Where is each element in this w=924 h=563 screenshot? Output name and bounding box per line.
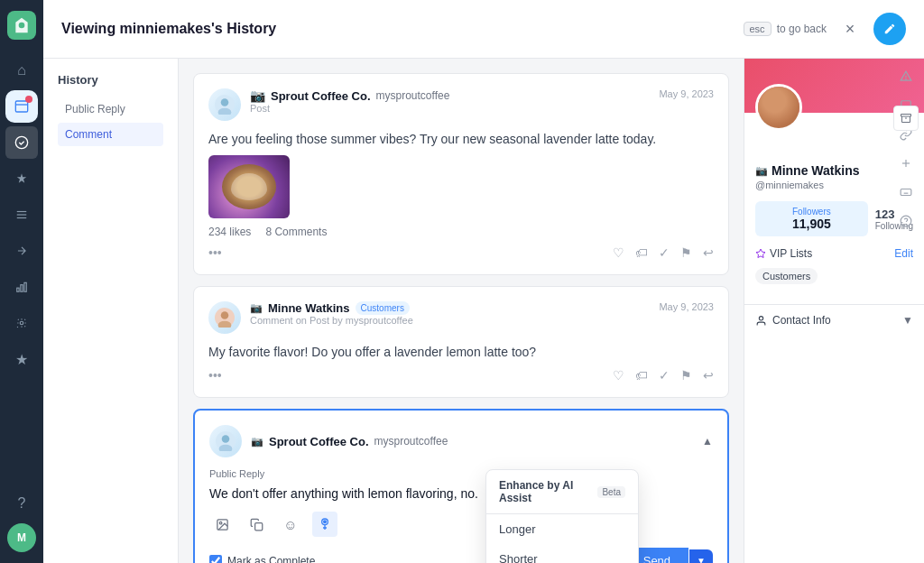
ai-option-shorter[interactable]: Shorter — [486, 544, 638, 563]
tag-icon[interactable]: 🏷 — [635, 245, 648, 260]
edit-button[interactable] — [873, 13, 906, 45]
comment-more-icon[interactable]: ••• — [208, 368, 222, 383]
contact-info-row[interactable]: Contact Info ▼ — [744, 304, 924, 336]
smart-inbox-icon[interactable] — [5, 126, 38, 159]
reply-card: 📷 Sprout Coffee Co. mysproutcoffee ▲ Pub… — [193, 409, 729, 563]
svg-point-2 — [15, 136, 27, 148]
reply-meta: 📷 Sprout Coffee Co. mysproutcoffee — [251, 435, 693, 448]
share-icon[interactable]: ↩ — [703, 245, 714, 260]
comment-card: 📷 Minne Watkins Customers Comment on Pos… — [193, 286, 729, 398]
reply-instagram-icon: 📷 — [251, 436, 263, 448]
post-author-avatar — [208, 88, 241, 121]
svg-point-37 — [759, 316, 762, 319]
right-profile-panel: 📷 Minne Watkins @minniemakes Followers 1… — [744, 59, 924, 563]
svg-point-9 — [20, 321, 23, 325]
latte-art-image — [222, 164, 276, 209]
keyboard-icon[interactable] — [893, 180, 919, 205]
contact-info-label: Contact Info — [755, 314, 831, 327]
pin-icon[interactable] — [5, 162, 38, 195]
history-item-comment[interactable]: Comment — [58, 123, 163, 146]
esc-key: esc — [744, 22, 772, 36]
feed: 📷 Sprout Coffee Co. mysproutcoffee Post … — [179, 59, 744, 563]
add-icon[interactable] — [893, 151, 919, 176]
reply-author-row: 📷 Sprout Coffee Co. mysproutcoffee — [251, 435, 693, 448]
comment-check-icon[interactable]: ✓ — [659, 368, 670, 383]
svg-rect-1 — [15, 101, 27, 112]
list-icon[interactable] — [5, 198, 38, 231]
svg-rect-28 — [901, 189, 911, 196]
app-logo[interactable] — [7, 11, 36, 40]
comment-tag-icon[interactable]: 🏷 — [635, 368, 648, 383]
post-header: 📷 Sprout Coffee Co. mysproutcoffee Post … — [208, 88, 714, 121]
svg-point-17 — [222, 435, 230, 443]
copy-tool[interactable] — [244, 512, 269, 537]
more-actions-icon[interactable]: ••• — [208, 245, 222, 260]
close-button[interactable]: × — [837, 16, 863, 42]
svg-point-11 — [221, 98, 229, 106]
post-image — [208, 155, 290, 218]
like-icon[interactable]: ♡ — [613, 245, 624, 260]
profile-instagram-icon: 📷 — [755, 165, 768, 177]
vip-edit-link[interactable]: Edit — [894, 247, 913, 260]
header-actions: esc to go back × — [744, 13, 907, 45]
comment-author-row: 📷 Minne Watkins Customers — [250, 301, 650, 315]
tools-icon[interactable] — [5, 307, 38, 339]
instagram-icon-small: 📷 — [250, 302, 263, 314]
post-likes: 234 likes — [208, 226, 251, 238]
post-actions: ••• ♡ 🏷 ✓ ⚑ ↩ — [208, 245, 714, 260]
page-body: History Public Reply Comment — [43, 59, 924, 563]
history-item-public-reply[interactable]: Public Reply — [58, 97, 163, 121]
mark-complete-checkbox[interactable] — [209, 555, 222, 564]
history-panel: History Public Reply Comment — [43, 59, 179, 563]
history-title: History — [58, 73, 163, 87]
comment-author-avatar — [208, 301, 241, 334]
followers-box: Followers 11,905 — [755, 201, 868, 236]
analytics-icon[interactable] — [5, 271, 38, 303]
comment-author-name: Minne Watkins — [268, 301, 350, 315]
home-icon[interactable]: ⌂ — [5, 54, 38, 87]
flag-icon[interactable]: ⚑ — [680, 245, 692, 260]
page-title: Viewing minniemakes's History — [61, 21, 276, 37]
inbox-icon[interactable] — [5, 90, 38, 123]
post-comments: 8 Comments — [265, 226, 327, 238]
send-dropdown-button[interactable]: ▼ — [689, 549, 713, 563]
page-header: Viewing minniemakes's History esc to go … — [43, 0, 924, 59]
ai-enhance-title: Enhance by AI Assist — [499, 479, 592, 504]
star-icon[interactable]: ★ — [5, 343, 38, 375]
svg-point-25 — [906, 79, 907, 80]
help-icon[interactable]: ? — [5, 487, 38, 520]
comment-actions: ••• ♡ 🏷 ✓ ⚑ ↩ — [208, 368, 714, 383]
svg-point-0 — [19, 23, 25, 29]
post-text: Are you feeling those summer vibes? Try … — [208, 132, 714, 146]
svg-rect-21 — [254, 522, 262, 530]
alert-icon[interactable] — [893, 64, 919, 89]
vip-row: VIP Lists Edit — [755, 247, 913, 260]
help-circle-icon[interactable] — [893, 208, 919, 234]
svg-rect-7 — [21, 285, 23, 292]
user-avatar[interactable]: M — [7, 523, 36, 552]
collapse-icon[interactable]: ▲ — [702, 435, 713, 448]
comment-date: May 9, 2023 — [659, 301, 714, 312]
ai-option-longer[interactable]: Longer — [486, 514, 638, 544]
mark-complete-label[interactable]: Mark as Complete — [209, 555, 315, 564]
post-handle: mysproutcoffee — [376, 89, 450, 102]
comment-reply-icon[interactable]: ↩ — [703, 368, 714, 383]
post-type: Post — [250, 103, 650, 114]
comment-like-icon[interactable]: ♡ — [613, 368, 624, 383]
comment-text: My favorite flavor! Do you offer a laven… — [208, 345, 714, 359]
svg-rect-6 — [17, 288, 19, 291]
profile-name: 📷 Minne Watkins — [755, 163, 913, 178]
profile-banner-section — [744, 59, 924, 113]
emoji-tool[interactable]: ☺ — [278, 512, 303, 537]
ai-assist-tool[interactable] — [312, 512, 337, 537]
svg-point-14 — [221, 311, 229, 319]
svg-point-23 — [324, 521, 327, 523]
image-tool[interactable] — [209, 512, 235, 537]
compose-icon[interactable] — [5, 235, 38, 267]
comment-header: 📷 Minne Watkins Customers Comment on Pos… — [208, 301, 714, 334]
check-icon[interactable]: ✓ — [659, 245, 670, 260]
comment-flag-icon[interactable]: ⚑ — [680, 368, 692, 383]
post-stats: 234 likes 8 Comments — [208, 226, 714, 238]
comment-meta: 📷 Minne Watkins Customers Comment on Pos… — [250, 301, 650, 326]
archive-button[interactable] — [893, 106, 919, 131]
